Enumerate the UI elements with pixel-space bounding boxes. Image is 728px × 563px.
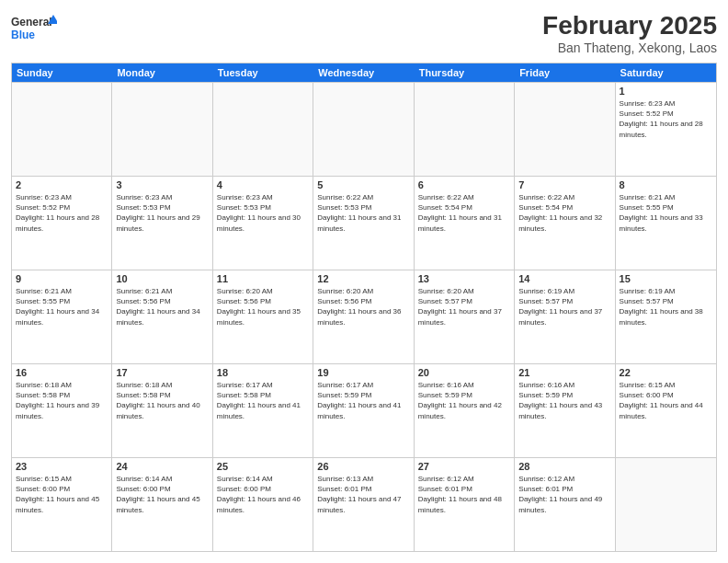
day-cell-14: 14Sunrise: 6:19 AM Sunset: 5:57 PM Dayli… — [515, 270, 615, 363]
day-number: 20 — [418, 367, 510, 378]
day-number: 10 — [116, 273, 208, 284]
day-number: 11 — [217, 273, 309, 284]
day-cell-21: 21Sunrise: 6:16 AM Sunset: 5:59 PM Dayli… — [515, 364, 615, 457]
week-row-1: 1Sunrise: 6:23 AM Sunset: 5:52 PM Daylig… — [12, 82, 716, 176]
day-header-wednesday: Wednesday — [313, 63, 414, 82]
day-info: Sunrise: 6:22 AM Sunset: 5:54 PM Dayligh… — [518, 192, 610, 234]
day-info: Sunrise: 6:15 AM Sunset: 6:00 PM Dayligh… — [620, 380, 712, 421]
day-info: Sunrise: 6:23 AM Sunset: 5:52 PM Dayligh… — [16, 192, 108, 234]
day-info: Sunrise: 6:23 AM Sunset: 5:53 PM Dayligh… — [217, 192, 309, 234]
day-cell-10: 10Sunrise: 6:21 AM Sunset: 5:56 PM Dayli… — [112, 270, 212, 363]
day-info: Sunrise: 6:21 AM Sunset: 5:55 PM Dayligh… — [620, 192, 712, 234]
day-cell-15: 15Sunrise: 6:19 AM Sunset: 5:57 PM Dayli… — [616, 270, 716, 363]
day-info: Sunrise: 6:16 AM Sunset: 5:59 PM Dayligh… — [418, 380, 510, 421]
day-number: 22 — [620, 367, 712, 378]
svg-text:Blue: Blue — [11, 29, 35, 41]
empty-cell — [213, 83, 313, 176]
day-info: Sunrise: 6:23 AM Sunset: 5:53 PM Dayligh… — [116, 192, 208, 234]
day-info: Sunrise: 6:18 AM Sunset: 5:58 PM Dayligh… — [116, 380, 208, 421]
day-number: 5 — [317, 179, 409, 190]
day-cell-27: 27Sunrise: 6:12 AM Sunset: 6:01 PM Dayli… — [415, 458, 515, 551]
empty-cell — [112, 83, 212, 176]
day-cell-19: 19Sunrise: 6:17 AM Sunset: 5:59 PM Dayli… — [313, 364, 414, 457]
day-info: Sunrise: 6:22 AM Sunset: 5:54 PM Dayligh… — [418, 192, 510, 234]
day-cell-4: 4Sunrise: 6:23 AM Sunset: 5:53 PM Daylig… — [213, 177, 313, 270]
day-info: Sunrise: 6:14 AM Sunset: 6:00 PM Dayligh… — [217, 474, 309, 515]
empty-cell — [12, 83, 112, 176]
day-header-saturday: Saturday — [616, 63, 716, 82]
day-cell-23: 23Sunrise: 6:15 AM Sunset: 6:00 PM Dayli… — [12, 458, 112, 551]
day-number: 12 — [317, 273, 409, 284]
day-number: 24 — [116, 461, 208, 472]
day-info: Sunrise: 6:22 AM Sunset: 5:53 PM Dayligh… — [317, 192, 409, 234]
day-number: 3 — [116, 179, 208, 190]
day-number: 21 — [518, 367, 610, 378]
day-number: 16 — [16, 367, 108, 378]
day-cell-25: 25Sunrise: 6:14 AM Sunset: 6:00 PM Dayli… — [213, 458, 313, 551]
day-header-monday: Monday — [112, 63, 212, 82]
day-info: Sunrise: 6:21 AM Sunset: 5:55 PM Dayligh… — [16, 286, 108, 327]
day-info: Sunrise: 6:19 AM Sunset: 5:57 PM Dayligh… — [518, 286, 610, 327]
day-header-friday: Friday — [515, 63, 615, 82]
day-cell-8: 8Sunrise: 6:21 AM Sunset: 5:55 PM Daylig… — [616, 177, 716, 270]
day-cell-22: 22Sunrise: 6:15 AM Sunset: 6:00 PM Dayli… — [616, 364, 716, 457]
day-cell-9: 9Sunrise: 6:21 AM Sunset: 5:55 PM Daylig… — [12, 270, 112, 363]
day-number: 1 — [620, 86, 712, 97]
day-info: Sunrise: 6:14 AM Sunset: 6:00 PM Dayligh… — [116, 474, 208, 515]
day-number: 15 — [620, 273, 712, 284]
day-cell-26: 26Sunrise: 6:13 AM Sunset: 6:01 PM Dayli… — [313, 458, 414, 551]
day-cell-12: 12Sunrise: 6:20 AM Sunset: 5:56 PM Dayli… — [313, 270, 414, 363]
calendar: SundayMondayTuesdayWednesdayThursdayFrid… — [11, 63, 717, 552]
day-cell-16: 16Sunrise: 6:18 AM Sunset: 5:58 PM Dayli… — [12, 364, 112, 457]
day-cell-13: 13Sunrise: 6:20 AM Sunset: 5:57 PM Dayli… — [415, 270, 515, 363]
day-info: Sunrise: 6:18 AM Sunset: 5:58 PM Dayligh… — [16, 380, 108, 421]
page: General Blue February 2025 Ban Thateng, … — [0, 0, 728, 563]
day-cell-20: 20Sunrise: 6:16 AM Sunset: 5:59 PM Dayli… — [415, 364, 515, 457]
week-row-3: 9Sunrise: 6:21 AM Sunset: 5:55 PM Daylig… — [12, 270, 716, 363]
day-number: 26 — [317, 461, 409, 472]
day-number: 27 — [418, 461, 510, 472]
day-number: 14 — [518, 273, 610, 284]
day-info: Sunrise: 6:12 AM Sunset: 6:01 PM Dayligh… — [418, 474, 510, 515]
day-info: Sunrise: 6:21 AM Sunset: 5:56 PM Dayligh… — [116, 286, 208, 327]
day-cell-7: 7Sunrise: 6:22 AM Sunset: 5:54 PM Daylig… — [515, 177, 615, 270]
day-cell-5: 5Sunrise: 6:22 AM Sunset: 5:53 PM Daylig… — [313, 177, 414, 270]
day-cell-1: 1Sunrise: 6:23 AM Sunset: 5:52 PM Daylig… — [616, 83, 716, 176]
day-info: Sunrise: 6:20 AM Sunset: 5:57 PM Dayligh… — [418, 286, 510, 327]
day-cell-28: 28Sunrise: 6:12 AM Sunset: 6:01 PM Dayli… — [515, 458, 615, 551]
day-info: Sunrise: 6:16 AM Sunset: 5:59 PM Dayligh… — [518, 380, 610, 421]
day-cell-2: 2Sunrise: 6:23 AM Sunset: 5:52 PM Daylig… — [12, 177, 112, 270]
logo-svg: General Blue — [11, 11, 57, 48]
day-cell-11: 11Sunrise: 6:20 AM Sunset: 5:56 PM Dayli… — [213, 270, 313, 363]
day-number: 6 — [418, 179, 510, 190]
subtitle: Ban Thateng, Xekong, Laos — [542, 40, 717, 55]
day-info: Sunrise: 6:20 AM Sunset: 5:56 PM Dayligh… — [217, 286, 309, 327]
calendar-header: SundayMondayTuesdayWednesdayThursdayFrid… — [12, 63, 716, 82]
day-number: 13 — [418, 273, 510, 284]
week-row-2: 2Sunrise: 6:23 AM Sunset: 5:52 PM Daylig… — [12, 176, 716, 270]
title-block: February 2025 Ban Thateng, Xekong, Laos — [542, 11, 717, 55]
day-number: 8 — [620, 179, 712, 190]
week-row-4: 16Sunrise: 6:18 AM Sunset: 5:58 PM Dayli… — [12, 363, 716, 457]
logo: General Blue — [11, 11, 57, 48]
day-cell-17: 17Sunrise: 6:18 AM Sunset: 5:58 PM Dayli… — [112, 364, 212, 457]
empty-cell — [415, 83, 515, 176]
day-number: 9 — [16, 273, 108, 284]
week-row-5: 23Sunrise: 6:15 AM Sunset: 6:00 PM Dayli… — [12, 457, 716, 551]
day-info: Sunrise: 6:17 AM Sunset: 5:58 PM Dayligh… — [217, 380, 309, 421]
day-number: 23 — [16, 461, 108, 472]
empty-cell — [515, 83, 615, 176]
day-cell-18: 18Sunrise: 6:17 AM Sunset: 5:58 PM Dayli… — [213, 364, 313, 457]
day-number: 18 — [217, 367, 309, 378]
day-info: Sunrise: 6:17 AM Sunset: 5:59 PM Dayligh… — [317, 380, 409, 421]
day-number: 25 — [217, 461, 309, 472]
day-cell-24: 24Sunrise: 6:14 AM Sunset: 6:00 PM Dayli… — [112, 458, 212, 551]
day-number: 4 — [217, 179, 309, 190]
day-number: 28 — [518, 461, 610, 472]
day-number: 2 — [16, 179, 108, 190]
main-title: February 2025 — [542, 11, 717, 40]
day-header-sunday: Sunday — [12, 63, 112, 82]
day-info: Sunrise: 6:19 AM Sunset: 5:57 PM Dayligh… — [620, 286, 712, 327]
day-info: Sunrise: 6:20 AM Sunset: 5:56 PM Dayligh… — [317, 286, 409, 327]
day-info: Sunrise: 6:12 AM Sunset: 6:01 PM Dayligh… — [518, 474, 610, 515]
